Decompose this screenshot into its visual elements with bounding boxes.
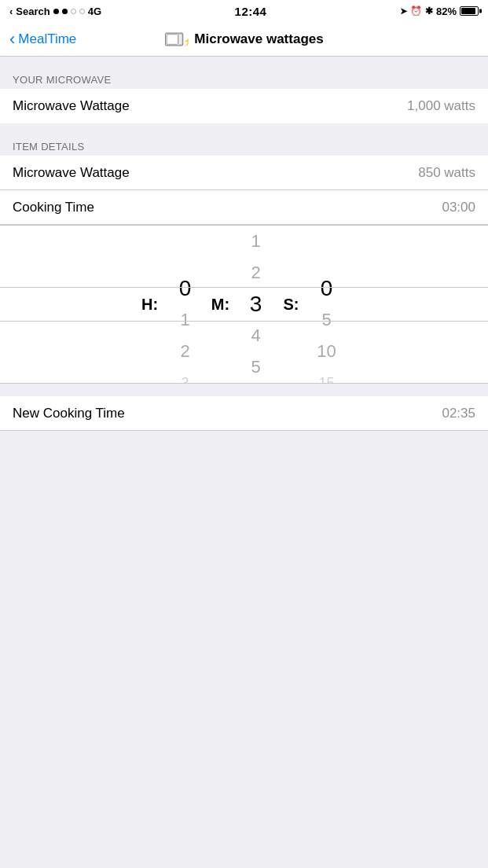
status-left: ‹ Search 4G <box>9 6 101 17</box>
hours-item-below1: 1 <box>162 304 209 336</box>
microwave-wattage-item-label: Microwave Wattage <box>13 165 130 181</box>
hours-column[interactable]: 0 1 2 3 <box>162 226 209 383</box>
microwave-wattage-item-value: 850 watts <box>418 165 475 181</box>
minutes-item-above1: 1 <box>233 226 280 257</box>
your-microwave-header: YOUR MICROWAVE <box>0 69 488 89</box>
microwave-icon: ⚡ <box>164 31 188 48</box>
hours-item-below3: 3 <box>162 367 209 383</box>
microwave-wattage-your-row: Microwave Wattage 1,000 watts <box>0 89 488 123</box>
hours-item-above1 <box>162 241 209 273</box>
picker-wheel-area[interactable]: H: 0 1 2 3 M: 0 1 2 3 4 <box>0 226 488 383</box>
network-label: 4G <box>88 6 101 17</box>
back-button[interactable]: ‹ MealTime <box>9 31 76 48</box>
battery-percent: 82% <box>436 6 457 17</box>
signal-dot-2 <box>62 9 68 14</box>
page-title: Microwave wattages <box>194 31 323 47</box>
signal-dot-1 <box>53 9 59 14</box>
new-cooking-time-label: New Cooking Time <box>13 406 125 421</box>
carrier-label: Search <box>16 6 50 17</box>
new-cooking-time-value: 02:35 <box>442 406 475 421</box>
nav-title-area: ⚡ Microwave wattages <box>164 31 323 48</box>
your-microwave-section: YOUR MICROWAVE Microwave Wattage 1,000 w… <box>0 69 488 123</box>
microwave-wattage-your-label: Microwave Wattage <box>13 98 130 114</box>
chevron-left-icon: ‹ <box>9 6 13 17</box>
minutes-label: M: <box>209 296 233 314</box>
status-bar: ‹ Search 4G 12:44 ➤ ⏰ ✱ 82% <box>0 0 488 22</box>
status-right: ➤ ⏰ ✱ 82% <box>400 6 479 17</box>
picker-columns: H: 0 1 2 3 M: 0 1 2 3 4 <box>0 226 488 383</box>
bottom-area <box>0 431 488 667</box>
battery-icon <box>460 6 479 16</box>
back-chevron-icon: ‹ <box>9 31 15 48</box>
time-picker[interactable]: H: 0 1 2 3 M: 0 1 2 3 4 <box>0 225 488 384</box>
seconds-item-below1: 5 <box>303 304 350 336</box>
hours-item-above2 <box>162 226 209 241</box>
minutes-item-below2: 5 <box>233 351 280 383</box>
new-cooking-time-row: New Cooking Time 02:35 <box>0 396 488 431</box>
seconds-label: S: <box>280 296 303 314</box>
seconds-item-selected: 0 <box>303 273 350 304</box>
seconds-item-below2: 10 <box>303 336 350 367</box>
minutes-item-near-above: 2 <box>233 257 280 289</box>
cooking-time-label: Cooking Time <box>13 200 94 215</box>
status-time: 12:44 <box>235 5 267 18</box>
minutes-item-below1: 4 <box>233 320 280 351</box>
cooking-time-row: Cooking Time 03:00 <box>0 190 488 225</box>
microwave-wattage-your-value: 1,000 watts <box>407 98 475 114</box>
signal-dot-4 <box>79 9 85 14</box>
cooking-time-value: 03:00 <box>442 200 475 215</box>
seconds-item-below3: 15 <box>303 367 350 383</box>
svg-rect-2 <box>178 34 182 44</box>
svg-text:⚡: ⚡ <box>183 35 188 46</box>
signal-dot-3 <box>71 9 76 14</box>
navigation-bar: ‹ MealTime ⚡ Microwave wattages <box>0 22 488 57</box>
microwave-wattage-item-row: Microwave Wattage 850 watts <box>0 156 488 190</box>
seconds-column[interactable]: 0 5 10 15 <box>303 226 350 383</box>
bluetooth-icon: ✱ <box>425 6 433 17</box>
minutes-column[interactable]: 0 1 2 3 4 5 6 <box>233 226 280 383</box>
location-icon: ➤ <box>400 6 407 17</box>
seconds-item-above1 <box>303 241 350 273</box>
item-details-section: ITEM DETAILS Microwave Wattage 850 watts… <box>0 136 488 384</box>
svg-rect-1 <box>167 34 178 44</box>
hours-item-below2: 2 <box>162 336 209 367</box>
back-label: MealTime <box>18 31 76 47</box>
item-details-header: ITEM DETAILS <box>0 136 488 156</box>
hours-item-selected: 0 <box>162 273 209 304</box>
seconds-item-above2 <box>303 226 350 241</box>
alarm-icon: ⏰ <box>410 6 422 17</box>
minutes-item-selected: 3 <box>233 289 280 320</box>
hours-label: H: <box>138 296 162 314</box>
